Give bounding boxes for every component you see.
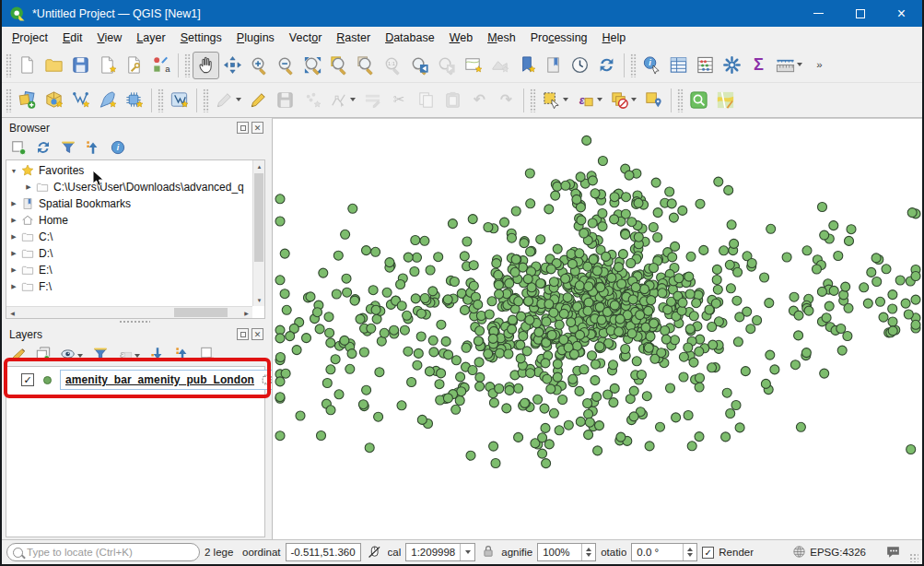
close-button[interactable]: × <box>881 0 922 27</box>
processing-toolbox-button[interactable] <box>719 52 745 79</box>
menu-help[interactable]: Help <box>595 29 634 47</box>
browser-float-button[interactable] <box>237 122 249 134</box>
resize-grip[interactable] <box>909 553 918 562</box>
layers-float-button[interactable] <box>237 328 249 340</box>
open-layer-styling-button[interactable] <box>7 343 29 365</box>
scale-combo[interactable]: 1:209998 <box>405 543 475 561</box>
pan-to-selection-button[interactable] <box>219 52 246 79</box>
menu-edit[interactable]: Edit <box>55 29 90 47</box>
chevron-down-icon[interactable] <box>631 98 637 101</box>
lock-scale-icon[interactable] <box>480 543 497 561</box>
menu-settings[interactable]: Settings <box>173 29 229 47</box>
expander-icon[interactable]: ▼ <box>8 168 19 174</box>
menu-raster[interactable]: Raster <box>329 29 378 47</box>
rotation-spinbox[interactable]: 0.0 ° <box>631 543 697 561</box>
toolbar-grip[interactable] <box>203 88 209 112</box>
toolbar-grip[interactable] <box>6 88 12 112</box>
quickosm-button[interactable] <box>712 87 739 114</box>
toolbar-grip[interactable] <box>677 88 684 112</box>
zoom-full-button[interactable] <box>299 52 326 79</box>
select-by-expression-button[interactable]: ε <box>572 87 599 114</box>
spinner-arrows[interactable] <box>683 544 696 560</box>
manage-map-themes-button[interactable] <box>57 343 79 365</box>
expand-all-button[interactable] <box>146 343 169 365</box>
browser-close-button[interactable]: ✕ <box>251 122 263 134</box>
menu-mesh[interactable]: Mesh <box>480 29 523 47</box>
map-canvas[interactable] <box>272 118 922 539</box>
measure-button[interactable] <box>772 52 799 79</box>
scroll-up-icon[interactable]: ▲ <box>253 160 265 172</box>
browser-item-e-[interactable]: ▶E:\ <box>6 262 251 278</box>
menu-vector[interactable]: Vector <box>282 29 329 47</box>
new-spatial-bookmark-button[interactable] <box>513 52 540 79</box>
menu-web[interactable]: Web <box>442 29 480 47</box>
chevron-down-icon[interactable] <box>460 544 474 560</box>
crs-value[interactable]: EPSG:4326 <box>810 547 866 558</box>
new-print-layout-button[interactable] <box>94 52 121 79</box>
collapse-all-button[interactable] <box>82 136 104 159</box>
identify-features-button[interactable]: i <box>638 52 665 79</box>
chevron-down-icon[interactable] <box>350 98 356 101</box>
chevron-down-icon[interactable] <box>797 63 802 66</box>
add-selected-layers-button[interactable] <box>7 136 29 159</box>
layer-visibility-checkbox[interactable]: ✓ <box>21 373 34 386</box>
filter-legend-button[interactable] <box>89 343 111 365</box>
refresh-browser-button[interactable] <box>32 136 54 159</box>
zoom-to-selection-button[interactable] <box>326 52 353 79</box>
locator-input[interactable] <box>27 547 193 558</box>
zoom-last-button[interactable] <box>406 52 433 79</box>
new-shapefile-layer-button[interactable] <box>67 87 94 114</box>
properties-widget-button[interactable]: i <box>107 136 129 159</box>
scroll-down-icon[interactable]: ▼ <box>253 294 265 306</box>
browser-item-favorites[interactable]: ▼Favorites <box>6 162 251 179</box>
select-by-value-button[interactable] <box>640 87 667 114</box>
zoom-out-button[interactable] <box>273 52 299 79</box>
open-project-button[interactable] <box>41 52 67 79</box>
show-spatial-bookmarks-button[interactable] <box>540 52 567 79</box>
zoom-to-layer-button[interactable] <box>353 52 380 79</box>
toolbar-overflow-button[interactable]: » <box>806 52 833 79</box>
browser-item-home[interactable]: ▶Home <box>6 212 251 229</box>
extents-mouse-icon[interactable] <box>366 543 383 562</box>
remove-layer-button[interactable] <box>196 343 218 365</box>
chevron-down-icon[interactable] <box>77 354 83 358</box>
maximize-button[interactable] <box>839 0 881 27</box>
menu-plugins[interactable]: Plugins <box>229 29 282 47</box>
add-group-button[interactable] <box>32 343 54 365</box>
chevron-down-icon[interactable] <box>236 98 241 101</box>
show-statistics-button[interactable]: Σ <box>745 52 772 79</box>
toolbar-grip[interactable] <box>158 88 164 112</box>
chevron-down-icon[interactable] <box>135 354 140 358</box>
open-data-source-manager-button[interactable] <box>14 87 41 114</box>
magnifier-spinbox[interactable]: 100% <box>537 543 596 561</box>
expander-icon[interactable]: ▶ <box>23 183 34 191</box>
expander-icon[interactable]: ▶ <box>8 283 19 290</box>
scroll-left-icon[interactable]: ◀ <box>6 307 18 319</box>
chevron-down-icon[interactable] <box>597 98 602 101</box>
temporal-controller-button[interactable] <box>567 52 593 79</box>
browser-vertical-scrollbar[interactable]: ▲ ▼ <box>252 160 264 306</box>
minimize-button[interactable] <box>798 0 839 27</box>
pan-map-button[interactable] <box>193 52 219 79</box>
toggle-editing-button[interactable] <box>245 87 272 114</box>
new-map-view-button[interactable] <box>460 52 486 79</box>
expander-icon[interactable]: ▶ <box>8 200 19 207</box>
browser-item-spatial-bookmarks[interactable]: ▶Spatial Bookmarks <box>6 195 251 212</box>
menu-processing[interactable]: Processing <box>523 29 595 47</box>
select-features-button[interactable] <box>538 87 565 114</box>
quickmapservices-search-button[interactable] <box>685 87 712 114</box>
menu-layer[interactable]: Layer <box>129 29 172 47</box>
layers-close-button[interactable]: ✕ <box>251 328 263 340</box>
browser-horizontal-scrollbar[interactable]: ◀ ▶ <box>6 306 252 318</box>
browser-item-c-[interactable]: ▶C:\ <box>6 229 251 245</box>
save-project-button[interactable] <box>67 52 94 79</box>
layer-item[interactable]: ✓ amenity_bar_amenity_pub_London <box>6 367 264 393</box>
chevron-down-icon[interactable] <box>563 98 568 101</box>
scroll-right-icon[interactable]: ▶ <box>240 307 252 319</box>
scrollbar-thumb[interactable] <box>174 308 228 317</box>
new-geopackage-layer-button[interactable] <box>41 87 67 114</box>
coordinate-input[interactable]: -0.511,51.360 <box>286 543 361 561</box>
spinner-arrows[interactable] <box>581 544 595 560</box>
new-virtual-layer-button[interactable] <box>121 87 147 114</box>
crs-globe-icon[interactable] <box>791 544 807 561</box>
